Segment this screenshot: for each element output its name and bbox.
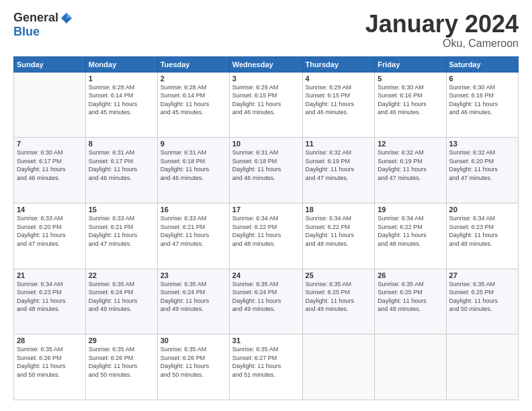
day-number: 29 (89, 336, 154, 345)
table-row (375, 334, 446, 400)
day-info: Sunrise: 6:31 AM Sunset: 6:18 PM Dayligh… (161, 148, 226, 182)
col-monday: Monday (85, 56, 157, 72)
day-number: 31 (232, 336, 300, 345)
table-row: 17Sunrise: 6:34 AM Sunset: 6:22 PM Dayli… (229, 203, 302, 269)
day-number: 26 (378, 271, 443, 279)
col-tuesday: Tuesday (157, 56, 229, 72)
day-number: 1 (89, 75, 154, 83)
day-number: 9 (161, 140, 226, 148)
table-row: 5Sunrise: 6:30 AM Sunset: 6:16 PM Daylig… (375, 72, 446, 138)
day-number: 7 (17, 140, 83, 148)
day-number: 20 (449, 205, 515, 214)
day-info: Sunrise: 6:34 AM Sunset: 6:22 PM Dayligh… (378, 214, 443, 248)
table-row: 26Sunrise: 6:35 AM Sunset: 6:25 PM Dayli… (375, 269, 446, 334)
month-title: January 2024 (365, 11, 519, 38)
table-row: 28Sunrise: 6:35 AM Sunset: 6:26 PM Dayli… (14, 334, 86, 400)
table-row: 29Sunrise: 6:35 AM Sunset: 6:26 PM Dayli… (85, 334, 157, 400)
day-info: Sunrise: 6:33 AM Sunset: 6:21 PM Dayligh… (161, 214, 226, 248)
table-row: 25Sunrise: 6:35 AM Sunset: 6:25 PM Dayli… (302, 269, 375, 334)
day-number: 25 (306, 271, 372, 279)
table-row: 11Sunrise: 6:32 AM Sunset: 6:19 PM Dayli… (302, 138, 375, 203)
location: Oku, Cameroon (365, 38, 519, 50)
day-info: Sunrise: 6:34 AM Sunset: 6:22 PM Dayligh… (306, 214, 372, 248)
table-row: 9Sunrise: 6:31 AM Sunset: 6:18 PM Daylig… (157, 138, 229, 203)
day-info: Sunrise: 6:35 AM Sunset: 6:26 PM Dayligh… (89, 345, 154, 379)
day-info: Sunrise: 6:35 AM Sunset: 6:25 PM Dayligh… (306, 280, 372, 314)
day-number: 19 (378, 205, 443, 214)
day-info: Sunrise: 6:33 AM Sunset: 6:21 PM Dayligh… (89, 214, 154, 248)
day-number: 15 (89, 205, 154, 214)
table-row: 10Sunrise: 6:31 AM Sunset: 6:18 PM Dayli… (229, 138, 302, 203)
table-row: 20Sunrise: 6:34 AM Sunset: 6:23 PM Dayli… (446, 203, 518, 269)
page: General Blue January 2024 Oku, Cameroon … (0, 0, 532, 411)
calendar-week-row: 21Sunrise: 6:34 AM Sunset: 6:23 PM Dayli… (14, 269, 519, 334)
day-info: Sunrise: 6:34 AM Sunset: 6:23 PM Dayligh… (449, 214, 515, 248)
calendar-week-row: 28Sunrise: 6:35 AM Sunset: 6:26 PM Dayli… (14, 334, 519, 400)
table-row: 16Sunrise: 6:33 AM Sunset: 6:21 PM Dayli… (157, 203, 229, 269)
day-number: 12 (378, 140, 443, 148)
day-number: 2 (161, 75, 226, 83)
calendar-week-row: 1Sunrise: 6:28 AM Sunset: 6:14 PM Daylig… (14, 72, 519, 138)
table-row: 3Sunrise: 6:29 AM Sunset: 6:15 PM Daylig… (229, 72, 302, 138)
day-info: Sunrise: 6:30 AM Sunset: 6:16 PM Dayligh… (449, 83, 515, 117)
day-info: Sunrise: 6:30 AM Sunset: 6:16 PM Dayligh… (378, 83, 443, 117)
day-number: 10 (232, 140, 300, 148)
header: General Blue January 2024 Oku, Cameroon (13, 11, 519, 50)
table-row: 13Sunrise: 6:32 AM Sunset: 6:20 PM Dayli… (446, 138, 518, 203)
day-number: 28 (17, 336, 83, 345)
day-info: Sunrise: 6:34 AM Sunset: 6:22 PM Dayligh… (232, 214, 300, 248)
day-number: 23 (161, 271, 226, 279)
col-thursday: Thursday (302, 56, 375, 72)
table-row: 24Sunrise: 6:35 AM Sunset: 6:24 PM Dayli… (229, 269, 302, 334)
logo-icon (60, 11, 73, 25)
day-number: 21 (17, 271, 83, 279)
day-number: 24 (232, 271, 300, 279)
day-info: Sunrise: 6:35 AM Sunset: 6:25 PM Dayligh… (449, 280, 515, 314)
calendar-table: Sunday Monday Tuesday Wednesday Thursday… (13, 56, 519, 400)
day-info: Sunrise: 6:35 AM Sunset: 6:24 PM Dayligh… (232, 280, 300, 314)
day-number: 13 (449, 140, 515, 148)
day-info: Sunrise: 6:32 AM Sunset: 6:19 PM Dayligh… (378, 148, 443, 182)
table-row: 22Sunrise: 6:35 AM Sunset: 6:24 PM Dayli… (85, 269, 157, 334)
day-info: Sunrise: 6:33 AM Sunset: 6:20 PM Dayligh… (17, 214, 83, 248)
col-sunday: Sunday (14, 56, 86, 72)
svg-marker-1 (66, 13, 72, 18)
day-number: 8 (89, 140, 154, 148)
day-info: Sunrise: 6:34 AM Sunset: 6:23 PM Dayligh… (17, 280, 83, 314)
day-info: Sunrise: 6:28 AM Sunset: 6:14 PM Dayligh… (161, 83, 226, 117)
table-row: 15Sunrise: 6:33 AM Sunset: 6:21 PM Dayli… (85, 203, 157, 269)
day-info: Sunrise: 6:35 AM Sunset: 6:26 PM Dayligh… (161, 345, 226, 379)
day-number: 16 (161, 205, 226, 214)
day-number: 14 (17, 205, 83, 214)
day-number: 4 (306, 75, 372, 83)
col-saturday: Saturday (446, 56, 518, 72)
table-row: 12Sunrise: 6:32 AM Sunset: 6:19 PM Dayli… (375, 138, 446, 203)
day-info: Sunrise: 6:31 AM Sunset: 6:18 PM Dayligh… (232, 148, 300, 182)
day-info: Sunrise: 6:35 AM Sunset: 6:24 PM Dayligh… (89, 280, 154, 314)
day-number: 11 (306, 140, 372, 148)
col-wednesday: Wednesday (229, 56, 302, 72)
table-row: 14Sunrise: 6:33 AM Sunset: 6:20 PM Dayli… (14, 203, 86, 269)
logo-general-text: General (13, 11, 58, 25)
table-row: 2Sunrise: 6:28 AM Sunset: 6:14 PM Daylig… (157, 72, 229, 138)
day-info: Sunrise: 6:35 AM Sunset: 6:26 PM Dayligh… (17, 345, 83, 379)
day-info: Sunrise: 6:35 AM Sunset: 6:24 PM Dayligh… (161, 280, 226, 314)
day-number: 30 (161, 336, 226, 345)
table-row: 19Sunrise: 6:34 AM Sunset: 6:22 PM Dayli… (375, 203, 446, 269)
day-info: Sunrise: 6:29 AM Sunset: 6:15 PM Dayligh… (306, 83, 372, 117)
logo: General Blue (13, 11, 73, 39)
table-row (14, 72, 86, 138)
day-info: Sunrise: 6:32 AM Sunset: 6:20 PM Dayligh… (449, 148, 515, 182)
table-row: 27Sunrise: 6:35 AM Sunset: 6:25 PM Dayli… (446, 269, 518, 334)
day-number: 6 (449, 75, 515, 83)
table-row: 8Sunrise: 6:31 AM Sunset: 6:17 PM Daylig… (85, 138, 157, 203)
table-row: 6Sunrise: 6:30 AM Sunset: 6:16 PM Daylig… (446, 72, 518, 138)
title-block: January 2024 Oku, Cameroon (365, 11, 519, 50)
table-row: 18Sunrise: 6:34 AM Sunset: 6:22 PM Dayli… (302, 203, 375, 269)
table-row: 1Sunrise: 6:28 AM Sunset: 6:14 PM Daylig… (85, 72, 157, 138)
table-row: 7Sunrise: 6:30 AM Sunset: 6:17 PM Daylig… (14, 138, 86, 203)
table-row: 4Sunrise: 6:29 AM Sunset: 6:15 PM Daylig… (302, 72, 375, 138)
day-number: 3 (232, 75, 300, 83)
day-info: Sunrise: 6:30 AM Sunset: 6:17 PM Dayligh… (17, 148, 83, 182)
logo-blue-text: Blue (13, 25, 40, 39)
